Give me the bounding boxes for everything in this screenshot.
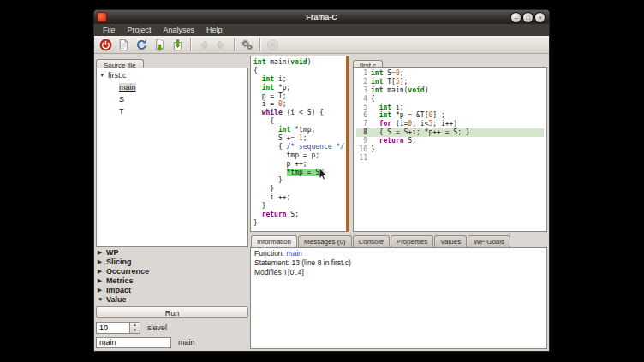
code-line[interactable]: while (i < S) { [253,109,346,117]
code-token: ; i< [412,120,428,128]
code-token: i; [391,104,403,111]
expand-icon: ▶ [98,249,106,256]
panel-label: Value [106,295,127,304]
tab-console[interactable]: Console [353,235,390,247]
tab-wp-goals[interactable]: WP Goals [468,235,510,247]
titlebar[interactable]: Frama-C –□× [94,10,549,24]
panel-value[interactable]: ▼Value [96,294,248,304]
code-line[interactable]: 10} [356,145,544,154]
collapse-icon[interactable]: ▼ [99,72,108,78]
source-files-button[interactable] [115,37,133,52]
stop-icon [266,39,279,51]
code-line[interactable]: S += 1; [253,134,346,143]
run-button[interactable]: Run [96,306,248,318]
code-line[interactable]: 2int T[5]; [356,78,544,86]
code-line[interactable]: p = T; [253,92,346,101]
panel-metrics[interactable]: ▶Metrics [96,276,248,285]
code-token: ; [303,134,307,142]
tree-item-s[interactable]: S [97,93,247,105]
code-line[interactable]: { [253,67,346,75]
tree-item-label: T [119,107,124,116]
code-line[interactable]: } [253,219,346,228]
tree-item-t[interactable]: T [97,105,247,117]
code-line[interactable]: 7 for (i=0; i<5; i++) [356,120,544,128]
code-line[interactable]: 6 int *p = &T[0] ; [356,111,544,120]
code-token: while [262,109,283,116]
window-maximize-button[interactable]: □ [523,13,533,22]
expand-icon: ▶ [98,287,106,294]
info-line: Function: main [254,249,543,258]
spin-arrows: ▲ ▼ [129,323,140,333]
analyses-button[interactable] [238,37,256,52]
code-line[interactable]: 4{ [356,95,544,104]
panel-occurrence[interactable]: ▶Occurrence [96,266,248,276]
information-content: Function: mainStatement: 13 (line 8 in f… [250,247,547,349]
code-line[interactable]: } [253,185,346,193]
code-token: } [253,176,283,184]
window-close-button[interactable]: × [535,13,545,22]
code-line[interactable]: int *tmp; [253,126,346,134]
slevel-input[interactable] [97,323,129,333]
reparse-button[interactable] [133,37,151,52]
code-line[interactable]: } [253,202,346,211]
normalized-scrollbar[interactable] [346,56,349,231]
code-line[interactable]: 1int S=0; [356,69,544,78]
menu-help[interactable]: Help [200,24,229,36]
tree-item-main[interactable]: main [97,81,247,93]
code-line[interactable]: i ++; [253,193,346,202]
window-minimize-button[interactable]: – [511,13,521,22]
code-line[interactable]: int *p; [253,84,346,92]
code-token: T[ [383,78,395,86]
code-line[interactable]: 11 [356,154,544,163]
code-token: int [262,75,274,83]
code-token: main( [383,86,408,94]
code-token [371,137,379,145]
code-line[interactable]: return S; [253,211,346,219]
tab-values[interactable]: Values [434,235,467,247]
window-icon [98,13,106,21]
function-link[interactable]: main [286,249,301,258]
slevel-spinbox[interactable]: ▲ ▼ [96,322,140,334]
code-line[interactable]: 9 return S; [356,137,544,145]
panel-wp[interactable]: ▶WP [96,247,248,257]
tab-messages-0[interactable]: Messages (0) [298,235,351,247]
original-code-box: 1int S=0;2int T[5];3int main(void)4{5 in… [353,67,547,232]
code-token: (i < S) { [283,109,324,116]
save-session-button[interactable] [169,37,187,52]
main-function-input[interactable] [96,337,171,348]
tab-properties[interactable]: Properties [391,235,433,247]
line-number: 3 [356,86,367,95]
code-line[interactable]: int main(void) [253,58,346,67]
code-line[interactable]: tmp = p; [253,151,346,160]
menu-file[interactable]: File [97,24,122,36]
code-line[interactable]: { /* sequence */ [253,143,346,151]
panel-impact[interactable]: ▶Impact [96,285,248,294]
spin-down-icon[interactable]: ▼ [130,328,140,333]
code-token: { [253,143,287,151]
load-session-button[interactable] [151,37,169,52]
code-token: } [253,219,258,227]
code-line[interactable]: 8 { S = S+i; *p++ = S; } [356,128,544,137]
menu-analyses[interactable]: Analyses [158,24,201,36]
expand-icon: ▶ [98,268,106,275]
code-line[interactable]: i = 0; [253,100,346,109]
quit-button[interactable] [97,37,115,52]
tab-information[interactable]: Information [251,235,297,247]
tree-row-first-c[interactable]: ▼ first.c [97,68,247,81]
code-line[interactable]: 3int main(void) [356,86,544,95]
code-line[interactable]: } [253,176,346,185]
code-token: { S = S+i; *p++ = S; } [371,128,470,136]
toolbar-separator [190,38,191,51]
code-line[interactable]: { [253,117,346,126]
arrow-left-icon [197,39,210,51]
code-token: /* sequence */ [287,143,344,151]
line-number: 10 [356,145,367,154]
menu-project[interactable]: Project [122,24,158,36]
code-line[interactable]: 5 int i; [356,104,544,112]
code-token: int [278,126,290,134]
code-line[interactable]: *tmp = S; [253,169,346,177]
code-line[interactable]: int i; [253,75,346,84]
panel-slicing[interactable]: ▶Slicing [96,257,248,266]
code-line[interactable]: p ++; [253,160,346,169]
stop-button [264,37,282,52]
